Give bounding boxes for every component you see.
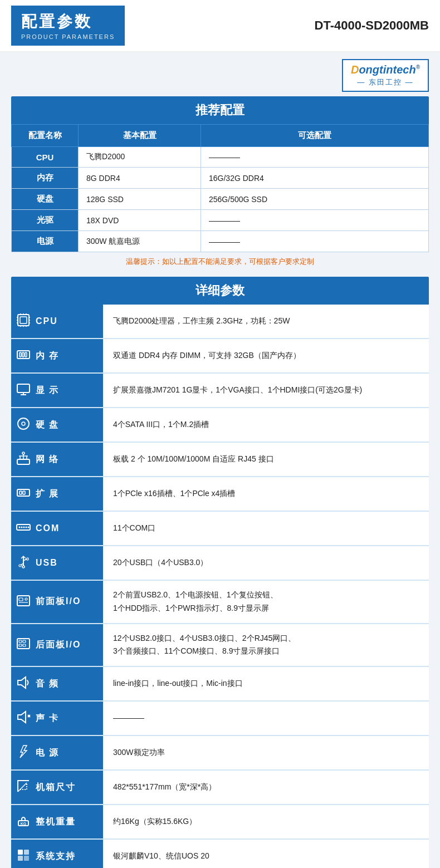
- detail-row: COM 11个COM口: [11, 511, 429, 546]
- svg-point-28: [22, 452, 25, 454]
- svg-rect-64: [24, 856, 29, 861]
- detail-label-text: USB: [36, 558, 58, 568]
- detail-row: 网 络 板载 2 个 10M/100M/1000M 自适应 RJ45 接口: [11, 442, 429, 477]
- detail-label-cell: 前面板I/O: [11, 580, 103, 624]
- detail-label-text: 内 存: [36, 350, 59, 362]
- detail-label-cell: KG 整机重量: [11, 805, 103, 839]
- detail-row: 机箱尺寸 482*551*177mm（宽*深*高）: [11, 770, 429, 805]
- detail-label-cell: 网 络: [11, 442, 103, 477]
- detail-icon: KG: [16, 813, 31, 831]
- detail-label-text: 网 络: [36, 454, 59, 465]
- detail-value: 约16Kg（实称15.6KG）: [103, 805, 429, 839]
- svg-rect-1: [20, 317, 27, 323]
- detail-label-text: 扩 展: [36, 488, 59, 500]
- svg-rect-40: [27, 558, 28, 560]
- detail-row: 声 卡 ————: [11, 701, 429, 735]
- detail-label-cell: 扩 展: [11, 477, 103, 511]
- detail-icon: [16, 593, 31, 611]
- svg-rect-61: [18, 850, 23, 855]
- svg-rect-0: [18, 315, 29, 326]
- svg-rect-16: [22, 352, 24, 357]
- detail-value: 300W额定功率: [103, 735, 429, 770]
- detail-label-cell: 系统支持: [11, 839, 103, 868]
- detail-row: USB 20个USB口（4个USB3.0）: [11, 546, 429, 580]
- detail-value: 482*551*177mm（宽*深*高）: [103, 770, 429, 805]
- logo-section: Dongtintech® — 东田工控 —: [0, 52, 440, 96]
- header-title-block: 配置参数 PRODUCT PARAMETERS: [11, 6, 125, 46]
- header-title-en: PRODUCT PARAMETERS: [21, 33, 115, 40]
- logo-box: Dongtintech® — 东田工控 —: [342, 59, 429, 92]
- detail-icon: [16, 312, 31, 330]
- detail-row: CPU 飞腾D2000处理器，工作主频 2.3GHz，功耗：25W: [11, 305, 429, 339]
- svg-rect-63: [18, 856, 23, 861]
- detail-icon: [16, 381, 31, 399]
- detail-label-text: 硬 盘: [36, 419, 59, 431]
- rec-label: 内存: [12, 168, 79, 189]
- detail-icon: [16, 709, 31, 727]
- detail-section: 详细参数 CPU 飞腾D2000处理器，工作主频 2.3GHz，功耗：25W 内…: [11, 277, 429, 868]
- col-optional: 可选配置: [201, 125, 429, 147]
- detail-label-cell: 机箱尺寸: [11, 770, 103, 805]
- detail-value: 扩展景嘉微JM7201 1G显卡，1个VGA接口、1个HDMI接口(可选2G显卡…: [103, 373, 429, 408]
- detail-icon: [16, 636, 31, 654]
- rec-optional: 16G/32G DDR4: [201, 168, 429, 189]
- rec-basic: 飞腾D2000: [79, 147, 201, 168]
- logo-rest: ongtintech®: [359, 63, 420, 76]
- detail-label-cell: 后面板I/O: [11, 624, 103, 667]
- svg-point-21: [18, 418, 29, 429]
- detail-label-text: 声 卡: [36, 713, 59, 724]
- detail-value: 2个前置USB2.0、1个电源按钮、1个复位按钮、1个HDD指示、1个PWR指示…: [103, 580, 429, 624]
- svg-marker-57: [20, 746, 27, 758]
- detail-value: 12个USB2.0接口、4个USB3.0接口、2个RJ45网口、3个音频接口、1…: [103, 624, 429, 667]
- detail-label-text: CPU: [36, 316, 58, 326]
- logo-d: D: [351, 63, 359, 76]
- svg-rect-62: [24, 850, 29, 855]
- recommended-row: CPU 飞腾D2000 ————: [12, 147, 429, 168]
- detail-icon: [16, 744, 31, 762]
- detail-row: 硬 盘 4个SATA III口，1个M.2插槽: [11, 408, 429, 442]
- detail-row: 前面板I/O 2个前置USB2.0、1个电源按钮、1个复位按钮、1个HDD指示、…: [11, 580, 429, 624]
- col-basic: 基本配置: [79, 125, 201, 147]
- svg-rect-31: [23, 491, 25, 494]
- detail-icon: [16, 554, 31, 572]
- svg-point-37: [28, 527, 30, 528]
- detail-table: CPU 飞腾D2000处理器，工作主频 2.3GHz，功耗：25W 内 存 双通…: [11, 305, 429, 868]
- page-header: 配置参数 PRODUCT PARAMETERS DT-4000-SD2000MB: [0, 0, 440, 52]
- svg-marker-54: [18, 712, 26, 723]
- rec-basic: 300W 航嘉电源: [79, 231, 201, 252]
- rec-optional: ————: [201, 210, 429, 231]
- svg-marker-53: [18, 677, 26, 688]
- rec-basic: 128G SSD: [79, 189, 201, 210]
- detail-value: 11个COM口: [103, 511, 429, 546]
- detail-label-cell: 内 存: [11, 339, 103, 373]
- detail-value: 20个USB口（4个USB3.0）: [103, 546, 429, 580]
- header-title-cn: 配置参数: [21, 11, 115, 32]
- detail-row: 显 示 扩展景嘉微JM7201 1G显卡，1个VGA接口、1个HDMI接口(可选…: [11, 373, 429, 408]
- detail-value: 4个SATA III口，1个M.2插槽: [103, 408, 429, 442]
- detail-value: 1个PCle x16插槽、1个PCle x4插槽: [103, 477, 429, 511]
- recommended-row: 内存 8G DDR4 16G/32G DDR4: [12, 168, 429, 189]
- detail-icon: [16, 416, 31, 434]
- detail-row: 音 频 line-in接口，line-out接口，Mic-in接口: [11, 666, 429, 701]
- svg-rect-30: [19, 491, 22, 494]
- detail-row: 电 源 300W额定功率: [11, 735, 429, 770]
- recommended-table: 配置名称 基本配置 可选配置 CPU 飞腾D2000 ———— 内存 8G DD…: [11, 124, 429, 252]
- detail-icon: [16, 519, 31, 537]
- detail-label-cell: 显 示: [11, 373, 103, 408]
- detail-value: 飞腾D2000处理器，工作主频 2.3GHz，功耗：25W: [103, 305, 429, 339]
- svg-rect-17: [25, 352, 27, 357]
- detail-label-cell: 音 频: [11, 666, 103, 701]
- detail-label-text: 机箱尺寸: [36, 782, 76, 793]
- detail-value: 双通道 DDR4 内存 DIMM，可支持 32GB（国产内存）: [103, 339, 429, 373]
- detail-value: 银河麒麟V10、统信UOS 20: [103, 839, 429, 868]
- svg-rect-45: [19, 598, 23, 601]
- detail-icon: [16, 485, 31, 503]
- detail-value: ————: [103, 701, 429, 735]
- tip-text: 温馨提示：如以上配置不能满足要求，可根据客户要求定制: [11, 252, 429, 269]
- detail-label-text: COM: [36, 523, 60, 533]
- detail-row: 内 存 双通道 DDR4 内存 DIMM，可支持 32GB（国产内存）: [11, 339, 429, 373]
- recommended-row: 硬盘 128G SSD 256G/500G SSD: [12, 189, 429, 210]
- detail-value: 板载 2 个 10M/100M/1000M 自适应 RJ45 接口: [103, 442, 429, 477]
- detail-row: KG 整机重量 约16Kg（实称15.6KG）: [11, 805, 429, 839]
- detail-icon: [16, 847, 31, 865]
